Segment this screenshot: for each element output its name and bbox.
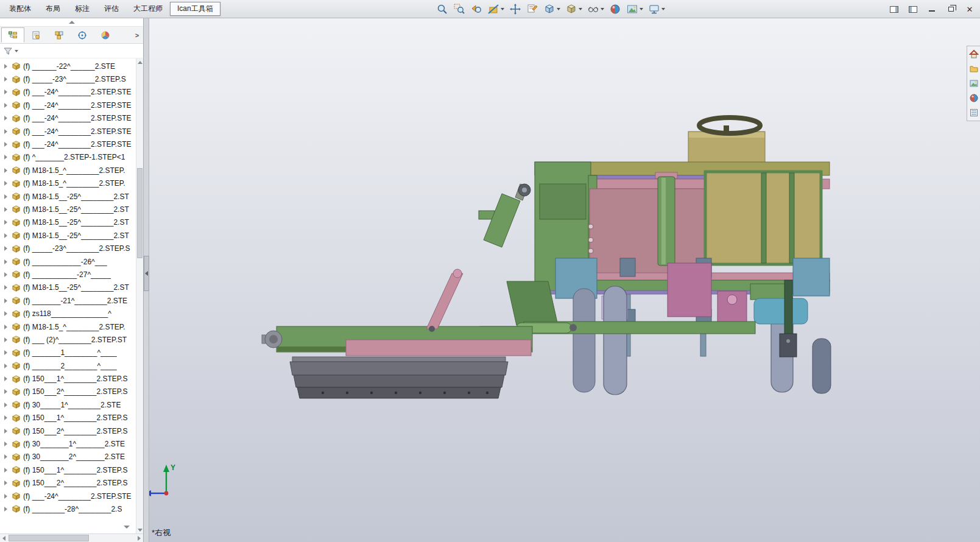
scroll-left-arrow[interactable] bbox=[0, 534, 8, 542]
toolbar-button-pan[interactable] bbox=[507, 2, 524, 16]
expand-arrow-icon[interactable] bbox=[4, 220, 7, 225]
tree-scroll-down-icon[interactable] bbox=[124, 526, 130, 529]
tree-item[interactable]: (f) 150___1^________2.STEP.S bbox=[0, 372, 143, 385]
dropdown-caret-icon[interactable] bbox=[661, 8, 665, 10]
toolbar-button-zoom-to-fit[interactable] bbox=[434, 2, 451, 16]
menu-tab-assembly[interactable]: 装配体 bbox=[2, 2, 38, 16]
expand-arrow-icon[interactable] bbox=[4, 168, 7, 173]
expand-arrow-icon[interactable] bbox=[4, 142, 7, 147]
expand-arrow-icon[interactable] bbox=[4, 364, 7, 368]
tree-item[interactable]: (f) 150___2^________2.STEP.S bbox=[0, 424, 143, 437]
tree-item[interactable]: (f) ___-24^________2.STEP.STE bbox=[0, 138, 143, 150]
toolbar-button-edit-appearance[interactable] bbox=[607, 2, 624, 16]
dropdown-caret-icon[interactable] bbox=[579, 8, 582, 10]
horizontal-scrollbar[interactable] bbox=[0, 533, 143, 542]
expand-arrow-icon[interactable] bbox=[4, 415, 7, 420]
dropdown-caret-icon[interactable] bbox=[501, 8, 504, 10]
expand-arrow-icon[interactable] bbox=[4, 468, 7, 473]
expand-arrow-icon[interactable] bbox=[4, 194, 7, 199]
expand-arrow-icon[interactable] bbox=[4, 298, 7, 303]
expand-arrow-icon[interactable] bbox=[4, 376, 7, 381]
expand-arrow-icon[interactable] bbox=[4, 350, 7, 355]
expand-arrow-icon[interactable] bbox=[4, 272, 7, 277]
tree-item[interactable]: (f) M18-1.5__-25^________2.ST bbox=[0, 216, 143, 229]
tree-item[interactable]: (f) 30_______2^_______2.STE bbox=[0, 451, 143, 463]
dropdown-caret-icon[interactable] bbox=[601, 8, 604, 10]
pane-toggle-left-button[interactable] bbox=[887, 3, 901, 15]
expand-arrow-icon[interactable] bbox=[4, 285, 7, 290]
expand-arrow-icon[interactable] bbox=[4, 480, 7, 485]
toolbar-button-view-settings[interactable] bbox=[646, 2, 668, 16]
tree-item[interactable]: (f) _____-23^________2.STEP.S bbox=[0, 242, 143, 255]
tree-item[interactable]: (f) M18-1.5_^________2.STEP. bbox=[0, 164, 143, 177]
tree-item[interactable]: (f) _______1________^____ bbox=[0, 347, 143, 359]
tree-item[interactable]: (f) M18-1.5_^________2.STEP. bbox=[0, 177, 143, 190]
scroll-down-arrow[interactable] bbox=[136, 526, 143, 533]
expand-arrow-icon[interactable] bbox=[4, 442, 7, 446]
task-pane-button-design-library[interactable] bbox=[968, 63, 979, 74]
tree-item[interactable]: (f) ______-22^______2.STE bbox=[0, 60, 143, 72]
restore-button[interactable] bbox=[944, 3, 957, 15]
expand-arrow-icon[interactable] bbox=[4, 103, 7, 108]
tree-item[interactable]: (f) 30_______1^_______2.STE bbox=[0, 437, 143, 450]
tree-item[interactable]: (f) ___________-27^_____ bbox=[0, 268, 143, 281]
tree-item[interactable]: (f) _______2________^____ bbox=[0, 359, 143, 372]
tree-item[interactable]: (f) ^_______2.STEP-1.STEP<1 bbox=[0, 151, 143, 164]
pane-toggle-right-button[interactable] bbox=[906, 3, 920, 15]
toolbar-button-view-orientation[interactable] bbox=[541, 2, 563, 16]
minimize-button[interactable] bbox=[925, 3, 939, 15]
expand-arrow-icon[interactable] bbox=[4, 233, 7, 238]
scroll-up-arrow[interactable] bbox=[136, 58, 143, 66]
panel-splitter[interactable] bbox=[144, 18, 149, 542]
expand-arrow-icon[interactable] bbox=[4, 389, 7, 394]
tree-item[interactable]: (f) M18-1.5__-25^________2.ST bbox=[0, 229, 143, 242]
expand-arrow-icon[interactable] bbox=[4, 116, 7, 121]
tree-item[interactable]: (f) M18-1.5_^________2.STEP. bbox=[0, 320, 143, 333]
toolbar-button-section-view[interactable] bbox=[485, 2, 507, 16]
expand-arrow-icon[interactable] bbox=[4, 429, 7, 434]
menu-tab-da-engineer[interactable]: 大工程师 bbox=[126, 2, 170, 16]
tree-item[interactable]: (f) 150___1^________2.STEP.S bbox=[0, 412, 143, 424]
manager-tab-propertymanager[interactable] bbox=[24, 27, 48, 43]
expand-arrow-icon[interactable] bbox=[4, 311, 7, 316]
expand-arrow-icon[interactable] bbox=[4, 454, 7, 459]
graphics-area[interactable]: Y Z *右视 bbox=[149, 18, 980, 542]
tree-item[interactable]: (f) M18-1.5__-25^________2.ST bbox=[0, 281, 143, 294]
toolbar-button-zoom-to-area[interactable] bbox=[451, 2, 468, 16]
menu-tab-layout[interactable]: 布局 bbox=[38, 2, 68, 16]
expand-arrow-icon[interactable] bbox=[4, 325, 7, 329]
manager-tab-configurationmanager[interactable] bbox=[48, 27, 71, 43]
expand-arrow-icon[interactable] bbox=[4, 337, 7, 342]
dropdown-caret-icon[interactable] bbox=[557, 8, 560, 10]
filter-button[interactable] bbox=[3, 46, 18, 56]
expand-arrow-icon[interactable] bbox=[4, 403, 7, 407]
tree-item[interactable]: (f) ___ (2)^________2.STEP.ST bbox=[0, 333, 143, 346]
manager-tab-displaymanager[interactable] bbox=[94, 27, 117, 43]
task-pane-button-custom-properties[interactable] bbox=[968, 107, 979, 118]
vertical-scrollbar[interactable] bbox=[136, 58, 143, 533]
menu-tab-evaluate[interactable]: 评估 bbox=[97, 2, 126, 16]
expand-arrow-icon[interactable] bbox=[4, 129, 7, 134]
dropdown-caret-icon[interactable] bbox=[640, 8, 643, 10]
boom-and-deck[interactable] bbox=[262, 269, 532, 398]
expand-arrow-icon[interactable] bbox=[4, 507, 7, 512]
tree-item[interactable]: (f) M18-1.5__-25^________2.ST bbox=[0, 190, 143, 203]
expand-arrow-icon[interactable] bbox=[4, 246, 7, 251]
horizontal-scrollbar-thumb[interactable] bbox=[9, 535, 89, 541]
tree-item[interactable]: (f) ___-24^________2.STEP.STE bbox=[0, 112, 143, 125]
toolbar-button-hide-show-items[interactable] bbox=[585, 2, 607, 16]
expand-arrow-icon[interactable] bbox=[4, 64, 7, 69]
assembly-model[interactable]: Y Z bbox=[149, 18, 980, 542]
task-pane-button-appearances-scenes[interactable] bbox=[968, 93, 979, 104]
tree-item[interactable]: (f) ___-24^________2.STEP.STE bbox=[0, 490, 143, 502]
menu-tab-ican-toolbox[interactable]: Ican工具箱 bbox=[170, 2, 220, 16]
panel-scroll-up[interactable] bbox=[0, 18, 143, 27]
tree-item[interactable]: (f) 30_____1^________2.STE bbox=[0, 398, 143, 411]
manager-tab-featuremanager[interactable] bbox=[1, 27, 24, 43]
lift-cylinder[interactable] bbox=[479, 184, 531, 247]
toolbar-button-dynamic-annotation-views[interactable] bbox=[524, 2, 541, 16]
tree-item[interactable]: (f) 150___2^________2.STEP.S bbox=[0, 385, 143, 398]
tree-item[interactable]: (f) _______-21^________2.STE bbox=[0, 294, 143, 307]
menu-tab-annotation[interactable]: 标注 bbox=[68, 2, 97, 16]
toolbar-button-previous-view[interactable] bbox=[468, 2, 485, 16]
